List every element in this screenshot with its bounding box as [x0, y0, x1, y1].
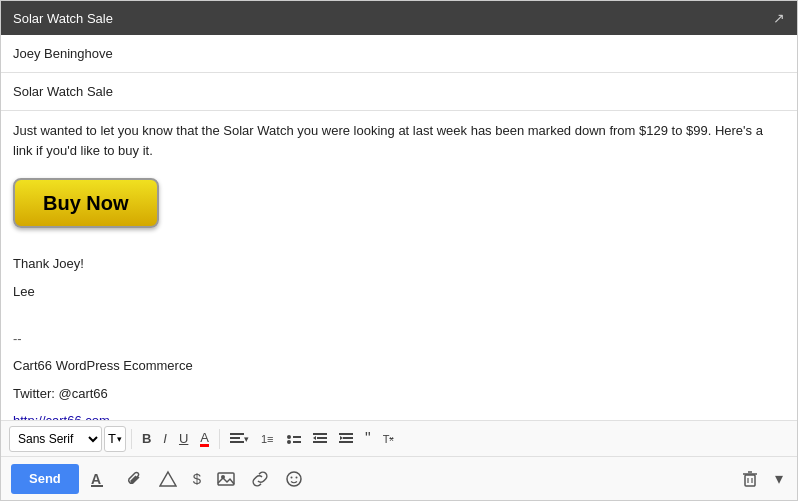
- formatting-toolbar: Sans Serif Serif Monospace T ▾ B I U A ▾…: [1, 420, 797, 456]
- more-options-button[interactable]: ▾: [771, 467, 787, 490]
- font-size-dropdown-arrow: ▾: [117, 434, 122, 444]
- svg-marker-15: [340, 436, 343, 440]
- svg-marker-18: [160, 472, 176, 486]
- bold-button[interactable]: B: [137, 426, 156, 452]
- body-intro: Just wanted to let you know that the Sol…: [13, 121, 785, 160]
- format-text-button[interactable]: A: [87, 468, 113, 490]
- subject-value: Solar Watch Sale: [13, 84, 113, 99]
- font-color-label: A: [200, 431, 209, 447]
- compose-body[interactable]: Just wanted to let you know that the Sol…: [1, 111, 797, 420]
- delete-icon: [741, 470, 759, 488]
- svg-rect-1: [230, 437, 240, 439]
- svg-point-6: [287, 440, 291, 444]
- svg-rect-2: [230, 441, 244, 443]
- drive-button[interactable]: [155, 468, 181, 490]
- email-compose-window: Solar Watch Sale ↗ Joey Beninghove Solar…: [0, 0, 798, 501]
- dollar-button[interactable]: $: [189, 468, 205, 489]
- subject-field[interactable]: Solar Watch Sale: [1, 73, 797, 111]
- svg-rect-12: [339, 433, 353, 435]
- ordered-list-button[interactable]: 1≡: [256, 426, 280, 452]
- svg-rect-0: [230, 433, 244, 435]
- svg-point-23: [296, 476, 298, 478]
- website-link[interactable]: http://cart66.com: [13, 413, 110, 420]
- svg-rect-14: [339, 441, 353, 443]
- svg-text:A: A: [91, 471, 101, 487]
- attach-icon: [125, 470, 143, 488]
- svg-rect-5: [293, 436, 301, 438]
- format-text-icon: A: [91, 470, 109, 488]
- svg-point-21: [287, 472, 301, 486]
- compose-header: Solar Watch Sale ↗: [1, 1, 797, 35]
- photo-button[interactable]: [213, 468, 239, 490]
- unordered-list-icon: [287, 433, 301, 445]
- header-actions: ↗: [773, 10, 785, 26]
- align-dropdown-arrow: ▾: [244, 434, 249, 444]
- compose-bottom-bar: Send A $: [1, 456, 797, 500]
- align-button[interactable]: ▾: [225, 426, 254, 452]
- link-button[interactable]: [247, 468, 273, 490]
- underline-button[interactable]: U: [174, 426, 193, 452]
- company: Cart66 WordPress Ecommerce: [13, 356, 785, 376]
- greeting: Thank Joey!: [13, 254, 785, 274]
- to-field[interactable]: Joey Beninghove: [1, 35, 797, 73]
- font-selector[interactable]: Sans Serif Serif Monospace: [9, 426, 102, 452]
- delete-button[interactable]: [737, 468, 763, 490]
- align-icon: [230, 433, 244, 445]
- link-icon: [251, 470, 269, 488]
- photo-icon: [217, 470, 235, 488]
- buy-now-button[interactable]: Buy Now: [13, 178, 159, 228]
- svg-rect-7: [293, 441, 301, 443]
- send-button[interactable]: Send: [11, 464, 79, 494]
- decrease-indent-icon: [313, 433, 327, 445]
- svg-point-4: [287, 435, 291, 439]
- emoji-button[interactable]: [281, 468, 307, 490]
- italic-button[interactable]: I: [158, 426, 172, 452]
- drive-icon: [159, 470, 177, 488]
- increase-indent-button[interactable]: [334, 426, 358, 452]
- svg-rect-24: [745, 475, 755, 486]
- bottom-right-actions: ▾: [737, 467, 787, 490]
- svg-marker-11: [313, 436, 316, 440]
- increase-indent-icon: [339, 433, 353, 445]
- svg-rect-8: [313, 433, 327, 435]
- attach-button[interactable]: [121, 468, 147, 490]
- svg-rect-10: [313, 441, 327, 443]
- expand-icon[interactable]: ↗: [773, 10, 785, 26]
- svg-rect-9: [317, 437, 327, 439]
- to-value: Joey Beninghove: [13, 46, 113, 61]
- font-color-button[interactable]: A: [195, 426, 214, 452]
- decrease-indent-button[interactable]: [308, 426, 332, 452]
- sender-name: Lee: [13, 282, 785, 302]
- blockquote-button[interactable]: ": [360, 426, 376, 452]
- signature: Thank Joey! Lee -- Cart66 WordPress Ecom…: [13, 254, 785, 420]
- emoji-icon: [285, 470, 303, 488]
- toolbar-sep-1: [131, 429, 132, 449]
- unordered-list-button[interactable]: [282, 426, 306, 452]
- svg-rect-17: [91, 485, 103, 487]
- signature-separator: --: [13, 329, 785, 349]
- compose-title: Solar Watch Sale: [13, 11, 113, 26]
- font-size-selector[interactable]: T ▾: [104, 426, 126, 452]
- svg-rect-13: [343, 437, 353, 439]
- toolbar-sep-2: [219, 429, 220, 449]
- buy-now-container: Buy Now: [13, 168, 785, 238]
- svg-rect-19: [218, 473, 234, 485]
- remove-format-button[interactable]: Tx: [378, 426, 399, 452]
- svg-text:1≡: 1≡: [261, 433, 274, 445]
- font-size-icon: T: [108, 431, 116, 446]
- svg-point-22: [291, 476, 293, 478]
- ordered-list-icon: 1≡: [261, 433, 275, 445]
- twitter: Twitter: @cart66: [13, 384, 785, 404]
